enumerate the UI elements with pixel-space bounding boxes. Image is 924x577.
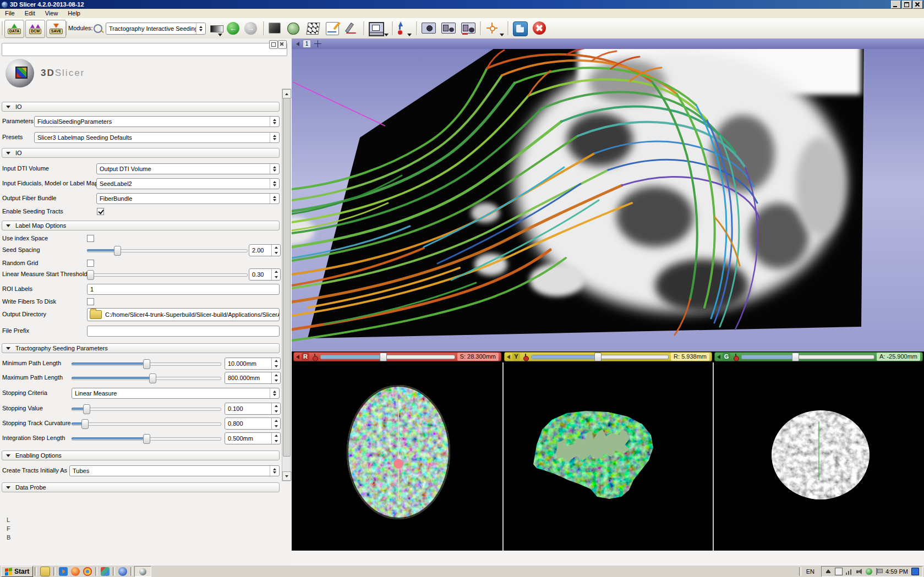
section-io-parameters[interactable]: IO bbox=[2, 102, 280, 112]
menu-help[interactable]: Help bbox=[63, 9, 85, 18]
section-data-probe[interactable]: Data Probe bbox=[2, 482, 280, 492]
min-path-slider[interactable] bbox=[72, 358, 221, 369]
explorer-icon[interactable] bbox=[40, 567, 50, 576]
firefox-icon[interactable] bbox=[71, 567, 80, 576]
scroll-up-icon[interactable] bbox=[282, 89, 291, 98]
crosshair-dropdown-caret[interactable] bbox=[500, 34, 504, 36]
roi-labels-field[interactable] bbox=[87, 284, 280, 295]
active-task-slicer[interactable] bbox=[134, 566, 151, 577]
panel-popout-icon[interactable] bbox=[269, 40, 278, 49]
fiducial-dropdown-caret[interactable] bbox=[407, 34, 412, 36]
pin-icon[interactable] bbox=[717, 355, 720, 359]
yellow-slice-slider[interactable] bbox=[531, 355, 669, 359]
random-grid-checkbox[interactable] bbox=[87, 260, 94, 267]
crosshair-icon[interactable] bbox=[486, 23, 497, 34]
integration-step-spinbox[interactable]: 0.500mm bbox=[225, 432, 281, 444]
integration-step-slider[interactable] bbox=[72, 433, 221, 444]
menu-view[interactable]: View bbox=[40, 9, 63, 18]
presets-combo[interactable]: Slicer3 Labelmap Seeding Defaults bbox=[34, 132, 280, 143]
models-sphere-icon[interactable] bbox=[287, 23, 299, 35]
scene-capture-icon[interactable] bbox=[441, 23, 456, 34]
minimize-button[interactable] bbox=[891, 1, 901, 9]
media-player-icon[interactable] bbox=[59, 567, 68, 576]
volume-cube-icon[interactable] bbox=[269, 23, 281, 34]
module-selector[interactable]: Tractography Interactive Seeding bbox=[106, 23, 206, 35]
section-io[interactable]: IO bbox=[2, 148, 280, 158]
output-directory-button[interactable]: C:/home/Slicer4-trunk-Superbuild/Slicer-… bbox=[87, 308, 280, 321]
seed-spacing-spinbox[interactable]: 2.00 bbox=[249, 244, 281, 256]
scrollbar-thumb[interactable] bbox=[283, 98, 291, 457]
pin-icon[interactable] bbox=[296, 355, 299, 359]
start-button[interactable]: Start bbox=[1, 566, 33, 577]
taskbar-clock[interactable]: 4:59 PM bbox=[885, 568, 908, 575]
show-desktop-icon[interactable] bbox=[911, 568, 919, 575]
expand-tray-icon[interactable] bbox=[825, 568, 832, 575]
module-search-icon[interactable] bbox=[94, 24, 102, 33]
threed-view[interactable] bbox=[292, 49, 924, 351]
error-close-icon[interactable] bbox=[533, 21, 546, 35]
load-data-button[interactable]: DATA bbox=[4, 20, 24, 38]
save-button[interactable]: SAVE bbox=[46, 20, 66, 38]
threed-view-controller-bar[interactable]: 1 bbox=[292, 39, 924, 49]
max-path-spinbox[interactable]: 800.000mm bbox=[225, 372, 281, 384]
max-path-slider[interactable] bbox=[72, 372, 221, 383]
enable-seeding-checkbox[interactable] bbox=[97, 208, 104, 215]
red-slice-slider[interactable] bbox=[320, 355, 455, 359]
seed-spacing-slider[interactable] bbox=[87, 245, 248, 256]
green-slice-view[interactable] bbox=[714, 362, 924, 551]
fiducial-visibility-icon[interactable] bbox=[311, 354, 318, 360]
parameters-combo[interactable]: FiducialSeedingParameters bbox=[34, 116, 280, 127]
fiducial-visibility-icon[interactable] bbox=[522, 354, 529, 360]
pin-icon[interactable] bbox=[507, 355, 510, 359]
view-crosshair-icon[interactable] bbox=[314, 40, 321, 47]
fiducial-visibility-icon[interactable] bbox=[732, 354, 739, 360]
min-path-spinbox[interactable]: 10.000mm bbox=[225, 358, 281, 370]
create-tracts-combo[interactable]: Tubes bbox=[69, 465, 280, 476]
fiducial-icon[interactable] bbox=[397, 21, 404, 35]
dicom-button[interactable]: DCM bbox=[25, 20, 45, 38]
pin-icon[interactable] bbox=[296, 42, 299, 46]
close-button[interactable] bbox=[913, 1, 923, 9]
device-tray-icon[interactable] bbox=[835, 568, 843, 575]
layout-icon[interactable] bbox=[369, 22, 384, 36]
stopping-value-spinbox[interactable]: 0.100 bbox=[225, 403, 281, 415]
linear-threshold-slider[interactable] bbox=[87, 269, 248, 280]
history-forward-button[interactable]: → bbox=[244, 22, 257, 35]
red-slice-bar[interactable]: R S: 28.300mm bbox=[293, 352, 501, 361]
scene-views-icon[interactable] bbox=[461, 23, 475, 34]
red-slice-view[interactable] bbox=[292, 362, 502, 551]
threshold-gradient-icon[interactable] bbox=[210, 25, 223, 32]
file-prefix-field[interactable] bbox=[87, 326, 280, 337]
input-dti-combo[interactable]: Output DTI Volume bbox=[96, 163, 280, 174]
section-enabling-options[interactable]: Enabling Options bbox=[2, 450, 280, 460]
language-indicator[interactable]: EN bbox=[803, 568, 818, 575]
menu-edit[interactable]: Edit bbox=[20, 9, 40, 18]
editor-chart-icon[interactable] bbox=[326, 22, 339, 35]
green-slice-slider[interactable] bbox=[741, 355, 874, 359]
app-shortcut-icon[interactable] bbox=[101, 567, 110, 576]
input-fiducials-combo[interactable]: SeedLabel2 bbox=[96, 178, 280, 189]
panel-hide-icon[interactable] bbox=[278, 40, 287, 49]
stopping-criteria-combo[interactable]: Linear Measure bbox=[72, 388, 280, 399]
output-fiber-combo[interactable]: FiberBundle bbox=[96, 193, 280, 204]
stopping-curvature-slider[interactable] bbox=[72, 418, 221, 429]
yellow-slice-view[interactable] bbox=[504, 362, 713, 551]
stopping-value-slider[interactable] bbox=[72, 403, 221, 414]
network-tray-icon[interactable] bbox=[866, 568, 872, 575]
network-app-icon[interactable] bbox=[118, 567, 127, 576]
chrome-icon[interactable] bbox=[83, 567, 92, 576]
transforms-grid-icon[interactable] bbox=[306, 23, 320, 35]
threshold-dropdown-caret[interactable] bbox=[218, 34, 222, 36]
linear-threshold-spinbox[interactable]: 0.30 bbox=[249, 268, 281, 281]
write-fibers-checkbox[interactable] bbox=[87, 298, 94, 305]
use-index-checkbox[interactable] bbox=[87, 235, 94, 242]
history-back-button[interactable]: ← bbox=[227, 22, 239, 35]
extensions-icon[interactable] bbox=[513, 21, 528, 36]
volume-tray-icon[interactable] bbox=[856, 568, 862, 575]
section-labelmap-options[interactable]: Label Map Options bbox=[2, 221, 280, 230]
screenshot-icon[interactable] bbox=[422, 23, 436, 34]
annotate-pen-icon[interactable] bbox=[346, 23, 358, 34]
module-selector-arrows[interactable] bbox=[196, 23, 205, 34]
section-tractography-parameters[interactable]: Tractography Seeding Parameters bbox=[2, 343, 280, 353]
restore-button[interactable] bbox=[902, 1, 912, 9]
